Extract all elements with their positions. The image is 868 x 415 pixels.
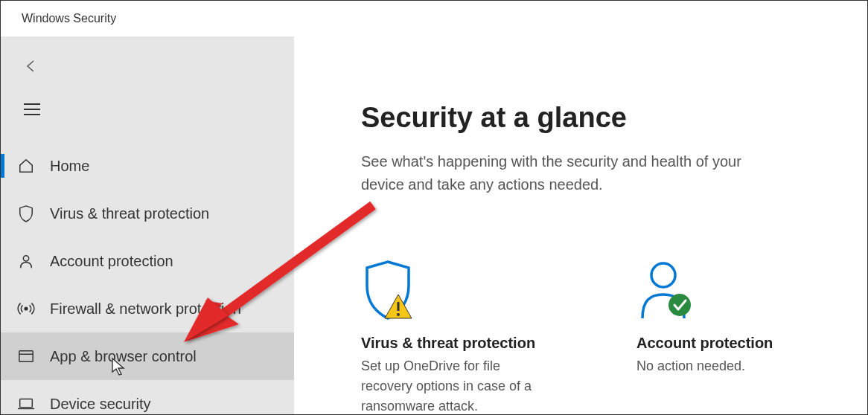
home-icon xyxy=(17,157,35,175)
person-ok-icon xyxy=(636,256,830,323)
sidebar-item-label: Account protection xyxy=(50,253,173,270)
back-arrow-icon xyxy=(23,57,41,75)
person-icon xyxy=(17,252,35,270)
sidebar-item-label: Home xyxy=(50,158,89,175)
svg-rect-5 xyxy=(19,351,33,362)
shield-warning-icon xyxy=(361,256,555,323)
tile-title: Account protection xyxy=(636,335,830,352)
nav-list: Home Virus & threat protection Accoun xyxy=(1,142,294,415)
svg-point-3 xyxy=(23,256,28,261)
sidebar: Home Virus & threat protection Accoun xyxy=(1,36,294,414)
laptop-icon xyxy=(17,395,35,413)
sidebar-item-device[interactable]: Device security xyxy=(1,380,294,415)
sidebar-item-virus[interactable]: Virus & threat protection xyxy=(1,190,294,237)
hamburger-button[interactable] xyxy=(17,94,47,124)
sidebar-item-label: Device security xyxy=(50,396,151,413)
page-title: Security at a glance xyxy=(361,102,830,134)
sidebar-item-app-browser[interactable]: App & browser control xyxy=(1,332,294,380)
window-icon xyxy=(17,347,35,365)
tile-desc: Set up OneDrive for file recovery option… xyxy=(361,356,555,415)
sidebar-item-home[interactable]: Home xyxy=(1,142,294,190)
shield-icon xyxy=(17,205,35,222)
tile-title: Virus & threat protection xyxy=(361,335,555,352)
titlebar: Windows Security xyxy=(1,1,867,36)
hamburger-icon xyxy=(24,103,40,116)
broadcast-icon xyxy=(17,300,35,318)
main-content: Security at a glance See what's happenin… xyxy=(294,36,867,414)
tile-virus-protection[interactable]: Virus & threat protection Set up OneDriv… xyxy=(361,256,555,415)
sidebar-item-label: App & browser control xyxy=(50,348,197,365)
window-title: Windows Security xyxy=(22,12,116,25)
svg-point-11 xyxy=(651,263,675,287)
sidebar-item-account[interactable]: Account protection xyxy=(1,237,294,285)
back-button[interactable] xyxy=(17,51,47,81)
sidebar-item-label: Firewall & network protection xyxy=(50,300,241,318)
tile-desc: No action needed. xyxy=(636,356,830,376)
tile-account-protection[interactable]: Account protection No action needed. xyxy=(636,256,830,415)
tiles-row: Virus & threat protection Set up OneDriv… xyxy=(361,256,830,415)
svg-point-10 xyxy=(397,313,400,316)
sidebar-item-firewall[interactable]: Firewall & network protection xyxy=(1,285,294,332)
svg-point-4 xyxy=(25,307,28,310)
page-subtitle: See what's happening with the security a… xyxy=(361,150,778,196)
svg-rect-7 xyxy=(20,399,33,408)
sidebar-item-label: Virus & threat protection xyxy=(50,205,209,222)
svg-point-12 xyxy=(668,294,691,316)
